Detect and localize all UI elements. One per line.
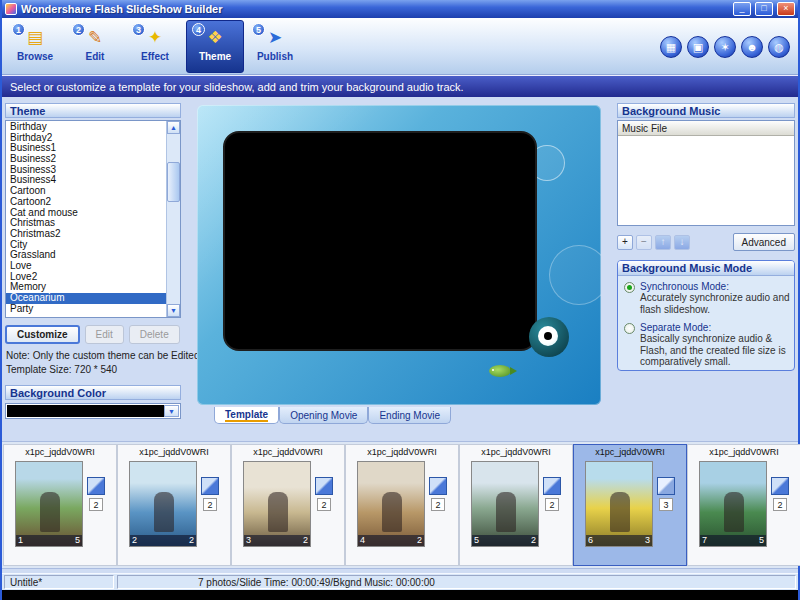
filmstrip-item-selected[interactable]: x1pc_jqddV0WRI 6 3 3 [573,444,687,566]
toolbar: 1 ▤ Browse 2 ✎ Edit 3 ✦ Effect 4 ❖ Theme… [2,18,798,75]
photo-thumbnail[interactable]: 4 2 [357,461,425,547]
mode-description: Accurately synchronize audio and flash s… [640,292,790,315]
step-effect[interactable]: 3 ✦ Effect [126,20,184,73]
photo-duration: 5 [75,535,80,546]
tab-ending-movie[interactable]: Ending Movie [368,407,451,424]
transition-icon[interactable] [429,477,447,495]
transition-duration: 2 [203,498,217,511]
filmstrip-item[interactable]: x1pc_jqddV0WRI 1 5 2 [3,444,117,566]
step-browse[interactable]: 1 ▤ Browse [6,20,64,73]
filmstrip-item[interactable]: x1pc_jqddV0WRI 4 2 2 [345,444,459,566]
move-up-button[interactable]: ↑ [655,235,671,250]
separate-mode-option[interactable]: Separate Mode: Basically synchronize aud… [618,317,794,370]
minimize-button[interactable]: _ [733,2,751,16]
edit-icon: ✎ [82,25,108,51]
music-file-column-header[interactable]: Music File [618,121,794,136]
app-icon [5,3,17,15]
photo-thumbnail[interactable]: 7 5 [699,461,767,547]
photo-thumbnail[interactable]: 5 2 [471,461,539,547]
background-music-mode-group: Background Music Mode Synchronous Mode: … [617,260,795,371]
scroll-up-icon[interactable]: ▲ [167,121,180,134]
save-icon[interactable]: ▣ [687,36,709,58]
music-list-buttons: + − ↑ ↓ Advanced [617,233,795,251]
remove-music-button[interactable]: − [636,235,652,250]
photo-thumbnail[interactable]: 3 2 [243,461,311,547]
radio-separate[interactable] [624,323,635,334]
maximize-button[interactable]: □ [755,2,773,16]
step-theme[interactable]: 4 ❖ Theme [186,20,244,73]
photo-duration: 3 [645,535,650,546]
slideshow-stage [223,131,537,351]
photo-filename: x1pc_jqddV0WRI [367,447,437,459]
tab-template[interactable]: Template [214,407,279,424]
transition-icon[interactable] [201,477,219,495]
step-description-bar: Select or customize a template for your … [2,75,798,97]
tab-opening-movie[interactable]: Opening Movie [279,407,368,424]
customize-button[interactable]: Customize [5,325,80,344]
music-file-list[interactable]: Music File [617,120,795,226]
advanced-button[interactable]: Advanced [733,233,795,251]
photo-filename: x1pc_jqddV0WRI [709,447,779,459]
scrollbar-track[interactable] [167,134,180,304]
theme-list-item[interactable]: Party [6,304,166,315]
step-label: Theme [199,51,231,62]
photo-filename: x1pc_jqddV0WRI [25,447,95,459]
close-button[interactable]: × [777,2,795,16]
filmstrip-item[interactable]: x1pc_jqddV0WRI 5 2 2 [459,444,573,566]
photo-thumbnail[interactable]: 6 3 [585,461,653,547]
main-content: Theme Birthday Birthday2 Business1 Busin… [2,97,798,436]
radio-synchronous[interactable] [624,282,635,293]
photo-index: 7 [702,535,707,546]
chevron-down-icon[interactable]: ▼ [164,405,179,417]
photo-duration: 5 [759,535,764,546]
titlebar: Wondershare Flash SlideShow Builder _ □ … [2,0,798,18]
mode-title: Separate Mode: [640,322,711,333]
transition-icon[interactable] [771,477,789,495]
step-label: Browse [17,51,53,62]
filmstrip-item[interactable]: x1pc_jqddV0WRI 3 2 2 [231,444,345,566]
theme-list-scrollbar[interactable]: ▲ ▼ [166,121,180,317]
browse-icon: ▤ [22,25,48,51]
step-label: Effect [141,51,169,62]
effect-icon: ✦ [142,25,168,51]
filmstrip-item[interactable]: x1pc_jqddV0WRI 7 5 2 [687,444,800,566]
filmstrip-item[interactable]: x1pc_jqddV0WRI 2 2 2 [117,444,231,566]
user-icon[interactable]: ☻ [741,36,763,58]
transition-icon[interactable] [657,477,675,495]
transition-icon[interactable] [87,477,105,495]
photo-filename: x1pc_jqddV0WRI [253,447,323,459]
synchronous-mode-option[interactable]: Synchronous Mode: Accurately synchronize… [618,276,794,317]
photo-duration: 2 [417,535,422,546]
background-color-dropdown[interactable]: ▼ [5,403,181,419]
transition-icon[interactable] [315,477,333,495]
theme-list-item[interactable]: Cartoon2 [6,197,166,208]
grid-icon[interactable]: ▦ [660,36,682,58]
key-icon[interactable]: ✶ [714,36,736,58]
help-icon[interactable]: ◍ [768,36,790,58]
template-size-label: Template Size: 720 * 540 [6,364,181,375]
edit-theme-button[interactable]: Edit [85,325,124,344]
move-down-button[interactable]: ↓ [674,235,690,250]
transition-icon[interactable] [543,477,561,495]
theme-list: Birthday Birthday2 Business1 Business2 B… [5,120,181,318]
photo-subject [268,492,288,532]
add-music-button[interactable]: + [617,235,633,250]
scrollbar-thumb[interactable] [167,162,180,202]
theme-list-item[interactable]: Christmas2 [6,229,166,240]
delete-theme-button[interactable]: Delete [129,325,180,344]
filmstrip: x1pc_jqddV0WRI 1 5 2 x1pc_jqddV0WRI [2,441,798,569]
photo-thumbnail[interactable]: 2 2 [129,461,197,547]
photo-index: 1 [18,535,23,546]
photo-thumbnail[interactable]: 1 5 [15,461,83,547]
photo-index: 2 [132,535,137,546]
photo-filename: x1pc_jqddV0WRI [595,447,665,459]
theme-icon: ❖ [202,25,228,51]
template-preview[interactable] [197,105,601,405]
mode-title: Synchronous Mode: [640,281,729,292]
step-publish[interactable]: 5 ➤ Publish [246,20,304,73]
step-edit[interactable]: 2 ✎ Edit [66,20,124,73]
background-music-header: Background Music [617,103,795,118]
transition-duration: 3 [659,498,673,511]
photo-subject [382,492,402,532]
scroll-down-icon[interactable]: ▼ [167,304,180,317]
